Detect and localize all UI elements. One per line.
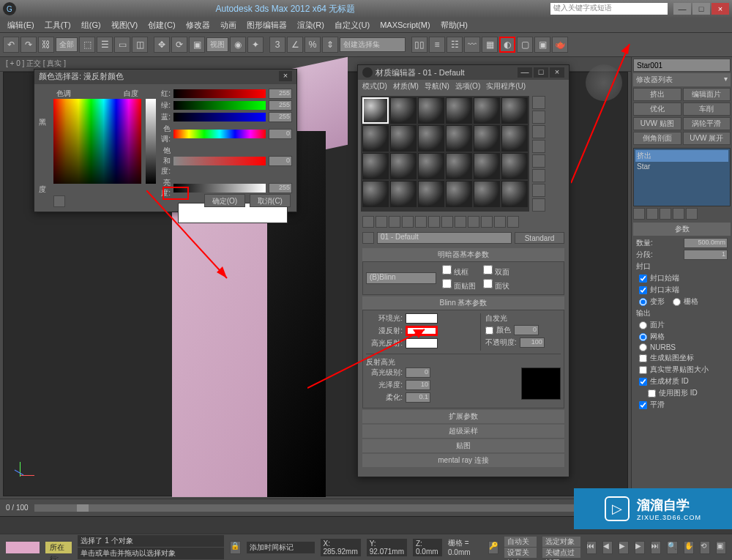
orbit-icon[interactable]: ⟲ <box>700 541 710 554</box>
spinner-snap-icon[interactable]: ⇕ <box>322 37 338 53</box>
material-slot[interactable] <box>474 153 500 179</box>
pan-icon[interactable]: ✋ <box>684 541 694 554</box>
maximize-button[interactable]: □ <box>692 3 710 15</box>
wire-check[interactable] <box>442 265 452 275</box>
selfillum-spinner[interactable]: 0 <box>514 325 539 335</box>
cap-start-check[interactable] <box>639 275 647 283</box>
render-setup-icon[interactable]: ▢ <box>517 37 533 53</box>
params-rollout-head[interactable]: 参数 <box>633 223 731 236</box>
background-icon[interactable] <box>532 125 545 138</box>
sat-slider[interactable] <box>173 157 266 165</box>
make-copy-icon[interactable] <box>415 216 427 228</box>
put-library-icon[interactable] <box>441 216 453 228</box>
redo-icon[interactable]: ↷ <box>20 37 37 53</box>
material-slot[interactable] <box>474 97 500 124</box>
cap-end-check[interactable] <box>639 286 647 294</box>
show-map-icon[interactable] <box>468 216 479 228</box>
output-patch-radio[interactable] <box>639 321 647 329</box>
diffuse-swatch[interactable] <box>406 326 438 336</box>
realworld-check[interactable] <box>639 366 647 374</box>
y-coord[interactable]: Y: 92.071mm <box>367 539 407 556</box>
menu-create[interactable]: 创建(C) <box>143 18 179 32</box>
selkey-combo[interactable]: 选定对象 <box>542 537 580 547</box>
assign-sel-icon[interactable] <box>389 216 400 228</box>
rotate-icon[interactable]: ⟳ <box>171 37 187 53</box>
pin-stack-icon[interactable] <box>633 208 645 220</box>
material-slot[interactable] <box>390 181 417 207</box>
play-prev-icon[interactable]: ◀ <box>602 541 613 554</box>
material-slot[interactable] <box>390 97 417 124</box>
undo-icon[interactable]: ↶ <box>3 37 19 53</box>
maps-rollout[interactable]: 贴图 <box>362 439 564 452</box>
go-parent-icon[interactable] <box>494 216 506 228</box>
mod-turbosmooth-button[interactable]: 涡轮平滑 <box>683 117 731 130</box>
help-search-input[interactable]: 键入关键字或短语 <box>550 3 668 15</box>
object-name-field[interactable] <box>633 59 731 72</box>
render-icon[interactable]: 🫖 <box>552 37 568 53</box>
useshape-check[interactable] <box>648 389 656 397</box>
mod-editpatch-button[interactable]: 编辑面片 <box>683 88 731 101</box>
material-slot[interactable] <box>418 125 444 152</box>
mod-bevelprofile-button[interactable]: 倒角剖面 <box>633 132 681 145</box>
menu-graph[interactable]: 图形编辑器 <box>242 18 291 32</box>
blue-slider[interactable] <box>173 113 266 122</box>
green-slider[interactable] <box>173 101 266 110</box>
segments-spinner[interactable]: 1 <box>684 250 728 260</box>
soften-spinner[interactable]: 0.1 <box>406 392 430 403</box>
ambient-swatch[interactable] <box>406 313 438 324</box>
stack-item-extrude[interactable]: 挤出 <box>635 150 728 162</box>
material-slot[interactable] <box>446 181 472 207</box>
facemap-check[interactable] <box>442 279 452 288</box>
mateditor-close-icon[interactable]: × <box>550 67 564 78</box>
colorpicker-close-icon[interactable]: × <box>279 71 292 81</box>
material-type-button[interactable]: Standard <box>515 232 564 244</box>
speclevel-spinner[interactable]: 0 <box>406 367 430 378</box>
options-icon[interactable] <box>532 184 545 197</box>
key-icon[interactable]: 🔑 <box>488 541 498 554</box>
video-check-icon[interactable] <box>532 154 545 168</box>
current-frame-button[interactable]: 所在行: <box>45 542 72 553</box>
go-sibling-icon[interactable] <box>507 216 519 228</box>
specular-swatch[interactable] <box>406 338 438 348</box>
backlight-icon[interactable] <box>532 111 545 124</box>
minimize-button[interactable]: — <box>673 3 691 15</box>
pick-material-icon[interactable] <box>362 232 374 244</box>
menu-edit[interactable]: 编辑(E) <box>3 18 39 32</box>
material-slot[interactable] <box>446 97 472 124</box>
material-slot[interactable] <box>501 97 528 124</box>
material-slot[interactable] <box>446 125 472 152</box>
sample-type-icon[interactable] <box>532 96 545 109</box>
viewcube-icon[interactable] <box>586 64 622 101</box>
grid-radio[interactable] <box>673 298 681 306</box>
amount-spinner[interactable]: 500.0mm <box>684 238 728 248</box>
gloss-spinner[interactable]: 10 <box>406 380 430 390</box>
opacity-spinner[interactable]: 100 <box>520 337 545 348</box>
material-slot[interactable] <box>390 153 417 179</box>
setkey-button[interactable]: 设置关键点 <box>504 548 537 558</box>
material-slot[interactable] <box>362 97 389 124</box>
remove-mod-icon[interactable] <box>673 208 684 220</box>
colorpicker-cancel-button[interactable]: 取消(C) <box>250 194 291 207</box>
mentalray-rollout[interactable]: mental ray 连接 <box>362 454 564 467</box>
region-icon[interactable]: ▭ <box>114 37 130 53</box>
extended-rollout[interactable]: 扩展参数 <box>362 410 564 423</box>
mod-extrude-button[interactable]: 挤出 <box>633 88 681 101</box>
select-name-icon[interactable]: ☰ <box>97 37 113 53</box>
manip-icon[interactable]: ✦ <box>247 37 264 53</box>
material-slot[interactable] <box>418 97 444 124</box>
x-coord[interactable]: X: 285.92mm <box>321 539 361 556</box>
material-slot[interactable] <box>501 125 528 152</box>
window-crossing-icon[interactable]: ◫ <box>132 37 148 53</box>
modifier-list-combo[interactable]: 修改器列表▾ <box>633 73 731 86</box>
mat-id-icon[interactable] <box>455 216 466 228</box>
curve-editor-icon[interactable]: 〰 <box>464 37 480 53</box>
play-next-icon[interactable]: ▶ <box>635 541 645 554</box>
red-slider[interactable] <box>173 89 266 98</box>
material-slot[interactable] <box>418 181 444 207</box>
material-name-field[interactable]: 01 - Default <box>377 232 512 244</box>
pivot-icon[interactable]: ◉ <box>230 37 246 53</box>
refcoord-combo[interactable]: 视图 <box>206 37 228 52</box>
value-strip[interactable] <box>146 99 156 184</box>
select-by-mat-icon[interactable] <box>532 198 545 212</box>
schematic-icon[interactable]: ▦ <box>482 37 498 53</box>
